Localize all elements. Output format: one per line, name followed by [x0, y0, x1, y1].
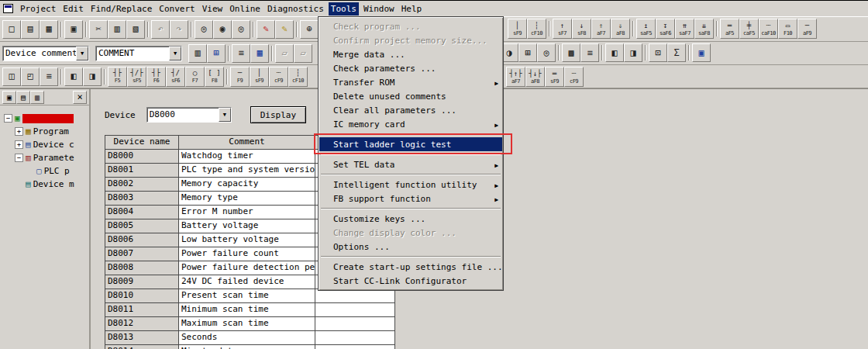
split-window-2-button[interactable]: ◨	[624, 43, 642, 62]
split-window-button[interactable]: ◧	[605, 43, 624, 62]
window-tile-button[interactable]: ◰	[21, 67, 40, 86]
delete-vline-2-button[interactable]: ┆ cF10	[288, 67, 308, 87]
application-instruction-button[interactable]: [ ] F8	[205, 67, 224, 87]
comment-show-button[interactable]: ◧	[64, 67, 83, 86]
extra-cell[interactable]	[315, 289, 395, 303]
falling-pulse-branch-button[interactable]: ⇓ aF8	[611, 19, 630, 39]
copy-button[interactable]: ▥	[108, 20, 126, 39]
extra-cell[interactable]	[315, 303, 395, 317]
pulse-close-contact-button[interactable]: ┤↓├ aF8	[525, 67, 545, 87]
comment-cell[interactable]: Minute data	[179, 345, 315, 349]
instruction-list-button[interactable]: ≡	[40, 67, 58, 86]
tree-item-program[interactable]: ▦ Program	[0, 125, 89, 138]
comment-cell[interactable]: Battery voltage	[179, 219, 315, 233]
table-row[interactable]: D8012 Maximum scan time	[105, 317, 395, 331]
close-branch-button[interactable]: ┤/ sF6	[166, 67, 185, 87]
find-device-button[interactable]: ◎	[232, 20, 250, 39]
table-row[interactable]: D8013 Seconds	[105, 331, 395, 345]
hline-branch-button[interactable]: ═ aF5	[720, 19, 739, 39]
menubar-tools[interactable]: Tools	[329, 2, 359, 16]
statement-show-button[interactable]: ◨	[83, 67, 102, 86]
menu-item-start-cc-link-configurator[interactable]: Start CC-Link Configurator	[319, 274, 502, 288]
menu-item-check-program[interactable]: Check program ...	[319, 19, 502, 33]
vertical-line-button[interactable]: │ sF9	[250, 67, 269, 87]
comment-cell[interactable]: Power failure detection pe	[179, 261, 315, 275]
undo-button[interactable]: ↶	[151, 20, 170, 39]
menu-item-delete-unused-comments[interactable]: Delete unused comments	[319, 89, 502, 103]
menu-item-set-tel-data[interactable]: Set TEL data	[319, 157, 502, 171]
tool-button-1[interactable]: ▱	[275, 44, 294, 63]
rising-pulse-branch-button[interactable]: ⇑ aF7	[591, 19, 611, 39]
comment-cell[interactable]: 24V DC failed device	[179, 275, 315, 289]
comment-cell[interactable]: Watchdog timer	[179, 150, 315, 164]
extra-cell[interactable]	[315, 331, 395, 345]
open-branch-button[interactable]: ┤├ F6	[146, 67, 166, 87]
menu-item-start-ladder-logic-test[interactable]: Start ladder logic test	[319, 137, 502, 151]
comment-cell[interactable]: Minimum scan time	[179, 303, 315, 317]
device-combobox[interactable]: D8000	[146, 107, 232, 123]
menu-item-check-parameters[interactable]: Check parameters ...	[319, 61, 502, 75]
menubar-edit[interactable]: Edit	[60, 2, 86, 16]
open-contact-button[interactable]: ┤├ F5	[108, 67, 127, 87]
tree-root-row[interactable]: ▣	[0, 112, 89, 125]
print-button[interactable]: ▣	[64, 20, 83, 39]
combobox-dropdown-icon[interactable]	[76, 47, 88, 60]
combobox-dropdown-icon[interactable]	[169, 47, 181, 60]
zoom-in-button[interactable]: ⊕	[300, 20, 319, 39]
tree-item-device-memory[interactable]: ▤ Device m	[0, 178, 89, 191]
comment-cell[interactable]: Power failure count	[179, 247, 315, 261]
comment-cell[interactable]: Present scan time	[179, 289, 315, 303]
menubar-find-replace[interactable]: Find/Replace	[88, 2, 154, 16]
menubar-online[interactable]: Online	[227, 2, 263, 16]
tree-item-device-comment[interactable]: ▤ Device c	[0, 138, 89, 151]
expand-icon[interactable]	[15, 127, 23, 136]
expand-icon[interactable]	[15, 140, 23, 149]
collapse-icon[interactable]	[4, 114, 12, 123]
menu-item-intelligent-function-utility[interactable]: Intelligent function utility	[319, 178, 502, 192]
grid-view-button[interactable]: ▦	[250, 44, 269, 63]
menu-item-merge-data[interactable]: Merge data ...	[319, 47, 502, 61]
menu-item-options[interactable]: Options ...	[319, 240, 502, 254]
project-name-selected[interactable]	[22, 114, 74, 123]
comment-cell[interactable]: Memory capacity	[179, 178, 315, 192]
menu-item-ic-memory-card[interactable]: IC memory card	[319, 117, 502, 131]
vline-3-button[interactable]: ═ sF9	[545, 67, 564, 87]
menu-item-fb-support-function[interactable]: FB support function	[319, 192, 502, 206]
child-window-icon[interactable]	[3, 4, 13, 13]
collapse-icon[interactable]	[15, 154, 23, 162]
find-button[interactable]: ◎	[195, 20, 213, 39]
menubar-convert[interactable]: Convert	[157, 2, 197, 16]
display-button[interactable]: Display	[250, 106, 306, 123]
menu-item-confirm-project-memory-size[interactable]: Confirm project memory size...	[319, 33, 502, 47]
tree-item-parameter[interactable]: ▥ Paramete	[0, 151, 89, 164]
project-data-list-button[interactable]: ◫	[2, 67, 21, 86]
comment-edit-button[interactable]: ▥	[188, 44, 207, 63]
close-contact-button[interactable]: ┤/├ sF5	[127, 67, 146, 87]
read-mode-button[interactable]: ✎	[275, 20, 294, 39]
falling-pulse-button[interactable]: ↓ sF8	[572, 19, 591, 39]
table-row[interactable]: D8014 Minute data	[105, 345, 395, 349]
find-replace-button[interactable]: ◉	[213, 20, 232, 39]
pulse-open-contact-button[interactable]: ┤↑├ aF7	[506, 67, 525, 87]
delete-line-button[interactable]: ┄ caF10	[759, 19, 778, 39]
tree-view-button[interactable]: ▣	[2, 91, 16, 104]
rising-pulse-button[interactable]: ↑ sF7	[553, 19, 572, 39]
delete-vline-button[interactable]: ┆ cF10	[527, 19, 546, 39]
menubar-window[interactable]: Window	[361, 2, 397, 16]
comment-cell[interactable]: Low battery voltage	[179, 233, 315, 247]
delete-line-3-button[interactable]: ┄ cF9	[564, 67, 584, 87]
delete-branch-button[interactable]: ╪ caF5	[739, 19, 759, 39]
comment-combobox[interactable]: COMMENT	[95, 46, 182, 61]
menubar-project[interactable]: Project	[18, 2, 58, 16]
table-row[interactable]: D8010 Present scan time	[105, 289, 395, 303]
close-panel-icon[interactable]	[73, 91, 87, 104]
tree-option-button[interactable]: ▥	[30, 91, 44, 104]
menu-item-transfer-rom[interactable]: Transfer ROM	[319, 75, 502, 89]
menu-item-customize-keys[interactable]: Customize keys ...	[319, 212, 502, 226]
menu-item-change-display-color[interactable]: Change display color ...	[319, 226, 502, 240]
tree-item-plc-parameter[interactable]: ▢ PLC p	[0, 164, 89, 178]
device-comment-button[interactable]: ⊞	[207, 44, 226, 63]
ladder-monitor-button[interactable]: ▩	[562, 43, 580, 62]
line-mode-button[interactable]: ▭ F10	[778, 19, 797, 39]
open-project-button[interactable]: ▤	[21, 20, 40, 39]
